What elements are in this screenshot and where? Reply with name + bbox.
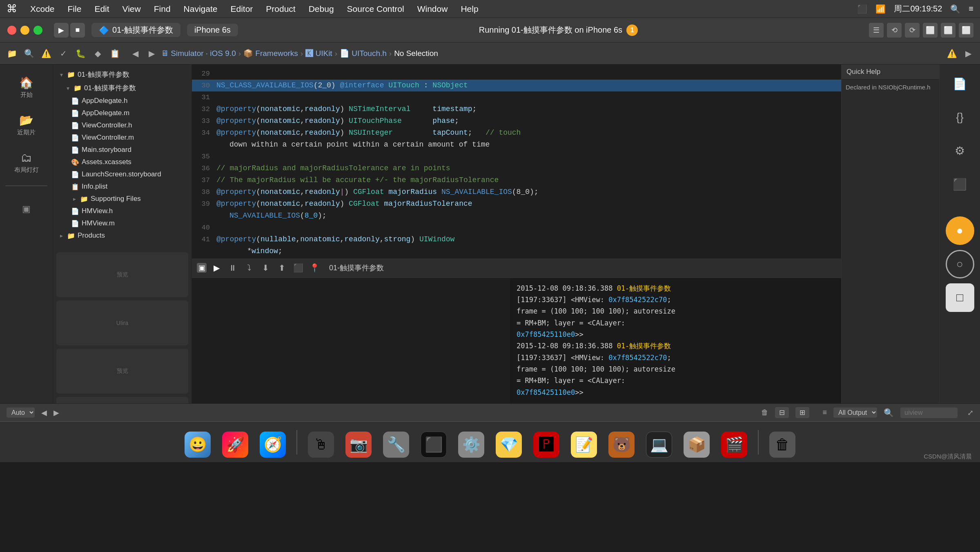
dock-launchpad[interactable]: 🚀: [220, 427, 251, 458]
device-label[interactable]: iPhone 6s: [187, 24, 238, 36]
dock-tools[interactable]: 🔧: [381, 427, 412, 458]
dock-bear[interactable]: 🐻: [606, 427, 637, 458]
dock-notes[interactable]: 📝: [568, 427, 599, 458]
apple-menu[interactable]: ⌘: [7, 2, 17, 15]
dock-safari[interactable]: 🧭: [257, 427, 288, 458]
dock-pockity[interactable]: 🅿: [531, 427, 562, 458]
search-icon[interactable]: 🔍: [950, 4, 960, 14]
editor-warn-btn[interactable]: ⚠️: [945, 47, 959, 60]
nav-folder-btn[interactable]: 📁: [5, 47, 19, 60]
menu-source-control[interactable]: Source Control: [347, 4, 404, 14]
menu-debug[interactable]: Debug: [309, 4, 334, 14]
warning-badge[interactable]: 1: [626, 24, 638, 36]
breadcrumb-uitouch[interactable]: 📄 UITouch.h: [340, 49, 387, 58]
debug-view-btn[interactable]: ⬛: [292, 261, 305, 274]
menu-view[interactable]: View: [122, 4, 141, 14]
right-white-btn[interactable]: □: [946, 283, 974, 312]
layout-btn-4[interactable]: ⬜: [923, 23, 938, 38]
debug-step-out-btn[interactable]: ⬆: [275, 261, 288, 274]
tree-item-infoplist[interactable]: 📋 Info.plist: [53, 180, 192, 193]
status-forward-btn[interactable]: ▶: [53, 408, 59, 417]
tree-item-viewcontroller-m[interactable]: 📄 ViewController.m: [53, 131, 192, 144]
nav-test-btn[interactable]: ✓: [56, 47, 70, 60]
console-clear-btn[interactable]: 🗑: [761, 408, 768, 417]
nav-warn-btn[interactable]: ⚠️: [39, 47, 53, 60]
right-settings-btn[interactable]: ⚙: [946, 136, 974, 165]
right-orange-btn[interactable]: ●: [946, 216, 974, 245]
sidebar-layout-btn[interactable]: 🗂 布局灯灯: [10, 146, 43, 179]
list-icon[interactable]: ≡: [969, 4, 973, 13]
maximize-button[interactable]: [33, 26, 42, 35]
breadcrumb-back[interactable]: ◀: [128, 47, 142, 60]
tree-item-products[interactable]: ▸ 📁 Products: [53, 229, 192, 242]
breadcrumb-simulator[interactable]: 🖥 Simulator · iOS 9.0: [161, 49, 236, 58]
console-full-btn[interactable]: ⊞: [795, 407, 809, 418]
dock-sketch[interactable]: 💎: [493, 427, 524, 458]
breadcrumb-noselection[interactable]: No Selection: [394, 49, 438, 58]
dock-screenium[interactable]: 🎬: [719, 427, 750, 458]
right-braces-btn[interactable]: {}: [946, 103, 974, 131]
dock-settings[interactable]: ⚙️: [456, 427, 487, 458]
filter-input[interactable]: [900, 407, 958, 418]
tree-item-main-storyboard[interactable]: 📄 Main.storyboard: [53, 144, 192, 156]
tree-item-root[interactable]: ▾ 📁 01-触摸事件参数: [53, 68, 192, 81]
menu-navigate[interactable]: Navigate: [184, 4, 218, 14]
run-button[interactable]: ▶: [54, 23, 69, 38]
sidebar-open-btn[interactable]: 🏠 开始: [10, 71, 43, 104]
nav-debug-btn[interactable]: 🐛: [74, 47, 87, 60]
dock-terminal[interactable]: ⬛: [418, 427, 449, 458]
tree-item-group[interactable]: ▾ 📁 01-触摸事件参数: [53, 81, 192, 95]
layout-btn-5[interactable]: ⬜: [941, 23, 956, 38]
sidebar-preview-btn[interactable]: ▣: [10, 193, 43, 225]
menu-edit[interactable]: Edit: [94, 4, 109, 14]
menu-help[interactable]: Help: [461, 4, 478, 14]
console-split-btn[interactable]: ⊟: [775, 407, 789, 418]
tree-item-launchscreen[interactable]: 📄 LaunchScreen.storyboard: [53, 168, 192, 180]
layout-btn-1[interactable]: ☰: [869, 23, 884, 38]
console-output[interactable]: 2015-12-08 09:18:36.388 01-触摸事件参数 [1197:…: [510, 278, 841, 403]
layout-btn-6[interactable]: ⬜: [959, 23, 973, 38]
dock-cursor[interactable]: 🖱: [305, 427, 336, 458]
sidebar-recent-btn[interactable]: 📂 近期片: [10, 109, 43, 141]
debug-pause-btn[interactable]: ⏸: [226, 261, 239, 274]
debug-play-btn[interactable]: ▶: [210, 261, 223, 274]
dock-trash[interactable]: 🗑: [767, 427, 798, 458]
dock-finder[interactable]: 😀: [182, 427, 213, 458]
editor-content[interactable]: 29 30 NS_CLASS_AVAILABLE_IOS(2_0) @inter…: [192, 65, 841, 258]
menu-editor[interactable]: Editor: [230, 4, 253, 14]
debug-location-btn[interactable]: 📍: [308, 261, 321, 274]
filter-select[interactable]: All Output: [833, 407, 877, 418]
tree-item-supporting[interactable]: ▸ 📁 Supporting Files: [53, 193, 192, 205]
status-back-btn[interactable]: ◀: [41, 408, 47, 417]
dock-termius[interactable]: 💻: [644, 427, 675, 458]
right-circle-btn[interactable]: ○: [946, 250, 974, 278]
editor-next-btn[interactable]: ▶: [961, 47, 975, 60]
layout-btn-2[interactable]: ⟲: [887, 23, 902, 38]
menu-find[interactable]: Find: [154, 4, 171, 14]
menu-xcode[interactable]: Xcode: [30, 4, 55, 14]
tree-item-hmview-m[interactable]: 📄 HMView.m: [53, 217, 192, 229]
breadcrumb-frameworks[interactable]: 📦 Frameworks: [243, 49, 298, 58]
dock-photos[interactable]: 📷: [343, 427, 374, 458]
tree-item-appdelegate-m[interactable]: 📄 AppDelegate.m: [53, 107, 192, 119]
nav-breakpoints-btn[interactable]: ◆: [91, 47, 105, 60]
layout-btn-3[interactable]: ⟳: [905, 23, 920, 38]
menu-file[interactable]: File: [68, 4, 82, 14]
right-new-btn[interactable]: 📄: [946, 69, 974, 98]
auto-select[interactable]: Auto: [7, 407, 35, 418]
menu-window[interactable]: Window: [417, 4, 448, 14]
minimize-button[interactable]: [20, 26, 29, 35]
close-button[interactable]: [7, 26, 16, 35]
right-layout-btn[interactable]: ⬛: [946, 170, 974, 198]
debug-step-in-btn[interactable]: ⬇: [259, 261, 272, 274]
breadcrumb-uikit[interactable]: 🅺 UIKit: [305, 49, 332, 58]
nav-report-btn[interactable]: 📋: [108, 47, 122, 60]
breadcrumb-forward[interactable]: ▶: [145, 47, 158, 60]
menu-product[interactable]: Product: [266, 4, 295, 14]
nav-inspector-btn[interactable]: 🔍: [22, 47, 36, 60]
dock-unknown[interactable]: 📦: [681, 427, 712, 458]
stop-button[interactable]: ■: [70, 23, 85, 38]
debug-step-over-btn[interactable]: ⤵: [243, 261, 256, 274]
tree-item-hmview-h[interactable]: 📄 HMView.h: [53, 205, 192, 217]
tree-item-viewcontroller-h[interactable]: 📄 ViewController.h: [53, 119, 192, 131]
